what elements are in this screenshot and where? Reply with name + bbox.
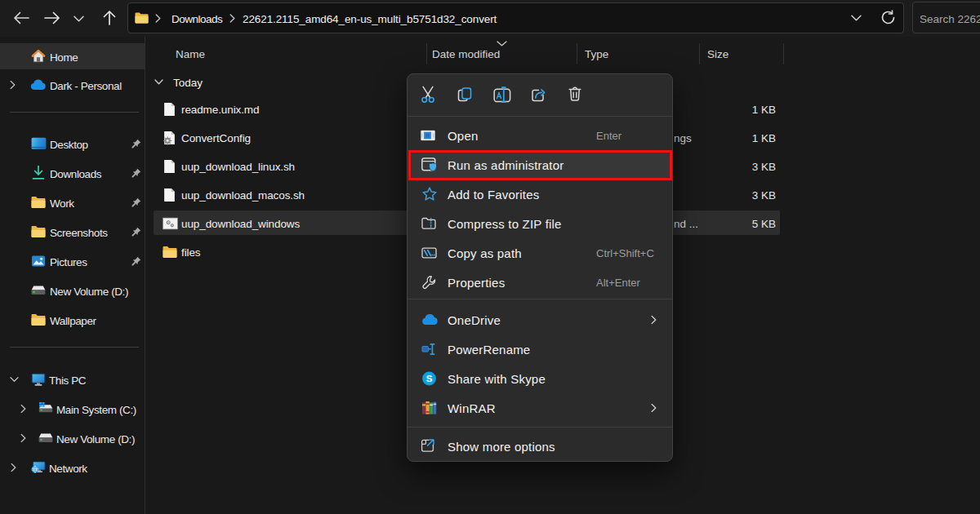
svg-text:S: S — [426, 374, 433, 383]
